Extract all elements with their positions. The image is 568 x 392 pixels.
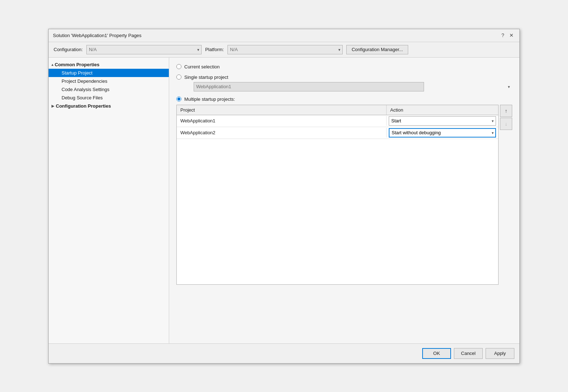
move-up-button[interactable]: ↑ [500,105,512,117]
multiple-section: Multiple startup projects: Project Actio… [176,96,512,285]
configuration-manager-button[interactable]: Configuration Manager... [346,45,408,54]
apply-button[interactable]: Apply [486,348,514,359]
configuration-select[interactable]: N/A [86,45,202,54]
content-panel: Current selection Single startup project… [169,58,519,343]
projects-table: Project Action WebApplication1 None Star… [176,105,499,285]
sidebar-item-debug-source-files[interactable]: Debug Source Files [49,94,169,102]
cancel-button[interactable]: Cancel [454,348,483,359]
radio-label-multiple-projects[interactable]: Multiple startup projects: [184,96,235,102]
table-row: WebApplication2 None Start Start without… [177,127,498,139]
td-project-1: WebApplication1 [177,116,387,126]
table-and-buttons: Project Action WebApplication1 None Star… [176,105,512,285]
triangle-right-icon: ▶ [51,104,54,108]
radio-row-single-project: Single startup project [176,75,512,80]
title-bar-buttons: ? ✕ [499,32,515,39]
radio-label-current-selection[interactable]: Current selection [184,64,220,69]
td-action-2: None Start Start without debugging [387,127,498,139]
table-header: Project Action [177,105,498,115]
config-properties-label: Configuration Properties [56,103,111,109]
sidebar-label-code-analysis-settings: Code Analysis Settings [62,87,109,92]
action-select-2[interactable]: None Start Start without debugging [389,128,496,138]
col-header-action: Action [387,105,498,115]
help-button[interactable]: ? [499,32,506,39]
sidebar-item-code-analysis-settings[interactable]: Code Analysis Settings [49,85,169,94]
property-pages-dialog: Solution 'WebApplication1' Property Page… [48,29,520,364]
sidebar-group-configuration-properties[interactable]: ▶ Configuration Properties [49,102,169,110]
platform-select[interactable]: N/A [227,45,343,54]
platform-label: Platform: [205,47,224,52]
col-header-project: Project [177,105,387,115]
sidebar-label-startup-project: Startup Project [62,70,93,76]
dialog-title: Solution 'WebApplication1' Property Page… [53,33,141,38]
single-project-select-wrapper: WebApplication1 [185,82,512,91]
action-select-1[interactable]: None Start Start without debugging [389,116,496,126]
radio-label-single-project[interactable]: Single startup project [184,75,228,80]
sidebar-label-debug-source-files: Debug Source Files [62,95,103,100]
configuration-select-wrapper: N/A [86,45,202,54]
radio-current-selection[interactable] [176,64,181,69]
table-row: WebApplication1 None Start Start without… [177,115,498,127]
side-buttons: ↑ ↓ [500,105,512,130]
common-properties-label: Common Properties [55,62,99,67]
sidebar-label-project-dependencies: Project Dependencies [62,78,107,84]
platform-select-wrapper: N/A [227,45,343,54]
radio-single-project[interactable] [176,75,181,80]
td-action-1: None Start Start without debugging [387,115,498,127]
ok-button[interactable]: OK [422,348,451,359]
move-down-button[interactable]: ↓ [500,118,512,130]
configuration-label: Configuration: [54,47,83,52]
single-project-section: Single startup project WebApplication1 [176,75,512,91]
action-select-wrapper-2: None Start Start without debugging [389,128,496,138]
sidebar-group-common-properties[interactable]: ▴ Common Properties [49,60,169,69]
main-content: ▴ Common Properties Startup Project Proj… [49,58,519,343]
triangle-down-icon: ▴ [51,63,53,67]
single-project-dropdown[interactable]: WebApplication1 [194,82,424,91]
radio-row-multiple-projects: Multiple startup projects: [176,96,512,102]
title-bar: Solution 'WebApplication1' Property Page… [49,29,519,42]
sidebar-item-project-dependencies[interactable]: Project Dependencies [49,77,169,85]
footer: OK Cancel Apply [49,343,519,363]
td-project-2: WebApplication2 [177,128,387,138]
config-bar: Configuration: N/A Platform: N/A Configu… [49,42,519,58]
action-select-wrapper-1: None Start Start without debugging [389,116,496,126]
close-button[interactable]: ✕ [508,32,515,39]
sidebar-item-startup-project[interactable]: Startup Project [49,69,169,77]
sidebar: ▴ Common Properties Startup Project Proj… [49,58,169,343]
radio-multiple-projects[interactable] [176,96,181,102]
radio-row-current-selection: Current selection [176,64,512,69]
